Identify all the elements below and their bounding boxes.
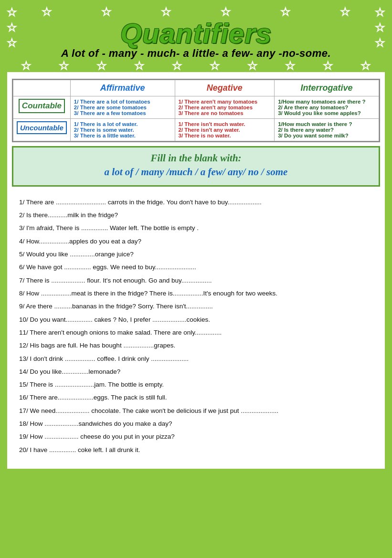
right-stars: ★ ★ ★ [375,5,385,48]
star-icon: ★ [21,61,31,71]
header-affirmative: Affirmative [70,80,175,96]
exercise-line-6: 6/ We have got ............... eggs. We … [19,261,373,274]
top-stars-row: ★ ★ ★ ★ ★ ★ [17,5,375,17]
ui-line3: 3/ Do you want some milk? [278,133,375,138]
star-icon: ★ [361,61,371,71]
star-icon: ★ [97,61,106,71]
exercise-line-8: 8/ How .................meat is there in… [19,287,373,300]
ci-line2: 2/ Are there any tomatoes? [278,105,375,110]
un-line1: 1/ There isn't much water. [179,121,271,127]
exercise-line-10: 10/ Do you want............... cakes ? N… [19,314,373,326]
exercise-line-1: 1/ There are ...........................… [19,196,373,209]
exercise-line-4: 4/ How.................apples do you eat… [19,235,373,248]
countable-affirmative: 1/ There are a lot of tomatoes 2/ There … [70,96,175,119]
uncountable-negative: 1/ There isn't much water. 2/ There isn'… [175,119,275,141]
star-icon: ★ [248,61,257,71]
exercise-line-11: 11/ There aren't enough onions to make s… [19,326,373,339]
star-icon: ★ [7,22,17,33]
header-negative: Negative [175,80,275,96]
ci-line1: 1/How many tomatoes are there ? [278,99,375,105]
exercise-line-12: 12/ His bags are full. He has bought ...… [19,339,373,352]
header-interrogative: Interrogative [275,80,379,96]
header-area: ★ ★ ★ ★ ★ ★ ★ ★ ★ Quantifiers A lot of -… [7,5,385,60]
exercise-line-3: 3/ I'm afraid, There is ............... … [19,222,373,234]
star-icon: ★ [210,61,220,71]
ci-line3: 3/ Would you like some apples? [278,110,375,116]
star-icon: ★ [221,7,231,17]
uncountable-label-cell: Uncountable [13,119,71,141]
exercise-line-14: 14/ Do you like...............lemonade? [19,366,373,378]
stars-row2: ★ ★ ★ ★ ★ ★ ★ ★ ★ ★ [7,60,385,72]
star-icon: ★ [102,7,111,17]
ca-line2: 2/ There are some tomatoes [74,105,171,110]
exercise-line-19: 19/ How ................... cheese do yo… [19,431,373,443]
exercise-line-18: 18/ How ...................sandwiches do… [19,418,373,430]
exercise-line-16: 16/ There are....................eggs. T… [19,391,373,404]
grammar-table: Affirmative Negative Interrogative Count… [13,80,379,141]
ui-line2: 2/ Is there any water? [278,127,375,133]
ca-line3: 3/ There are a few tomatoes [74,110,171,116]
countable-interrogative: 1/How many tomatoes are there ? 2/ Are t… [275,96,379,119]
countable-negative: 1/ There aren't many tomatoes 2/ There a… [175,96,275,119]
grammar-table-wrapper: Affirmative Negative Interrogative Count… [12,79,380,142]
exercise-line-20: 20/ I have ............... coke left. I … [19,444,373,456]
ua-line1: 1/ There is a lot of water. [74,121,171,127]
countable-row: Countable 1/ There are a lot of tomatoes… [13,96,379,119]
star-icon: ★ [375,22,385,33]
star-icon: ★ [161,7,171,17]
exercise-line-2: 2/ Is there...........milk in the fridge… [19,209,373,221]
star-icon: ★ [286,61,295,71]
fill-options: a lot of / many /much / a few/ any/ no /… [22,165,370,179]
fill-title: Fill in the blank with: [22,151,370,165]
star-icon: ★ [135,61,144,71]
fill-section: Fill in the blank with: a lot of / many … [12,146,380,187]
star-icon: ★ [7,7,17,18]
page-title: Quantifiers [17,17,375,49]
exercises-section: 1/ There are ...........................… [12,191,380,464]
exercise-line-15: 15/ There is ......................jam. … [19,379,373,391]
exercise-line-13: 13/ I don't drink ................. coff… [19,353,373,365]
exercise-line-7: 7/ There is ................... flour. I… [19,274,373,287]
countable-label: Countable [19,99,65,113]
exercise-line-5: 5/ Would you like ..............orange j… [19,248,373,261]
ui-line1: 1/How much water is there ? [278,121,375,127]
uncountable-row: Uncountable 1/ There is a lot of water. … [13,119,379,141]
star-icon: ★ [42,7,52,17]
star-icon: ★ [59,61,69,71]
star-icon: ★ [172,61,182,71]
page: ★ ★ ★ ★ ★ ★ ★ ★ ★ Quantifiers A lot of -… [0,0,392,558]
exercise-line-9: 9/ Are there ..........bananas in the fr… [19,300,373,313]
star-icon: ★ [281,7,290,17]
star-icon: ★ [340,7,350,17]
exercise-line-17: 17/ We need................... chocolate… [19,405,373,417]
ca-line1: 1/ There are a lot of tomatoes [74,99,171,105]
countable-label-cell: Countable [13,96,71,119]
left-stars: ★ ★ ★ [7,5,17,48]
un-line3: 3/ There is no water. [179,133,271,138]
un-line2: 2/ There isn't any water. [179,127,271,133]
cn-line3: 3/ There are no tomatoes [179,110,271,116]
page-subtitle: A lot of - many - much- a little- a few-… [17,47,375,60]
star-icon: ★ [323,61,333,71]
uncountable-label: Uncountable [17,121,67,134]
uncountable-affirmative: 1/ There is a lot of water. 2/ There is … [70,119,175,141]
cn-line2: 2/ There aren't any tomatoes [179,105,271,110]
cn-line1: 1/ There aren't many tomatoes [179,99,271,105]
star-icon: ★ [375,38,385,48]
white-content-area: Affirmative Negative Interrogative Count… [7,72,385,469]
uncountable-interrogative: 1/How much water is there ? 2/ Is there … [275,119,379,141]
star-icon: ★ [375,7,385,18]
ua-line2: 2/ There is some water. [74,127,171,133]
title-area: ★ ★ ★ ★ ★ ★ Quantifiers A lot of - many … [17,5,375,60]
star-icon: ★ [7,38,17,48]
ua-line3: 3/ There is a little water. [74,133,171,138]
